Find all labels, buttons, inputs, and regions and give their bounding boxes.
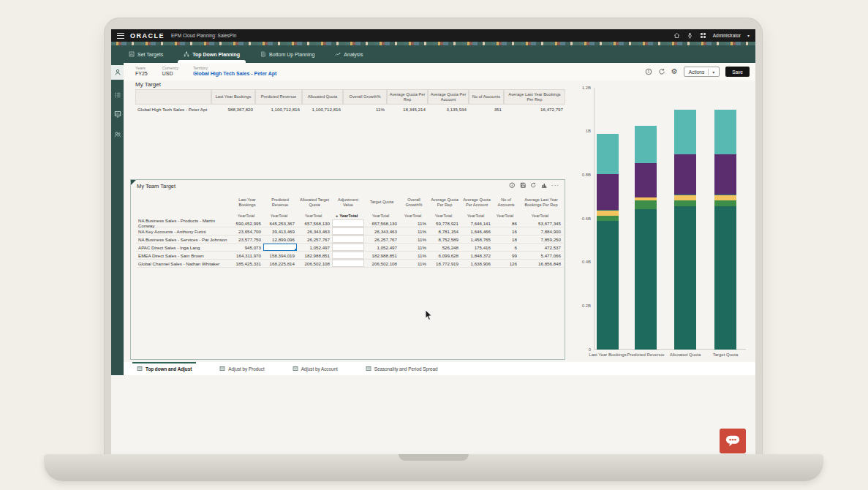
grid-cell[interactable]: 59,778,921	[429, 219, 461, 227]
info-icon[interactable]	[509, 182, 516, 189]
grid-cell[interactable]: 126	[493, 260, 519, 267]
bottom-tab-top-down-and-adjust[interactable]: Top down and Adjust	[132, 362, 196, 375]
bottom-tab-seasonality-and-period-spread[interactable]: Seasonality and Period Spread	[361, 362, 442, 375]
grid-cell[interactable]: 11%	[399, 227, 429, 235]
grid-cell[interactable]: 16,472,797	[504, 105, 565, 114]
chart-icon[interactable]	[541, 182, 548, 189]
grid-cell[interactable]: 18	[493, 235, 519, 243]
row-header[interactable]: NA Business Sales - Products - Martin Co…	[136, 219, 231, 227]
menu-icon[interactable]	[117, 33, 124, 39]
grid-cell[interactable]: 590,452,995	[231, 219, 263, 227]
grid-cell[interactable]: 26,257,767	[364, 235, 399, 243]
grid-cell[interactable]: 11%	[399, 252, 429, 259]
grid-cell[interactable]: 185,425,331	[231, 260, 263, 267]
grid-cell[interactable]	[332, 219, 364, 227]
grid-cell[interactable]: 657,568,130	[297, 219, 332, 227]
grid-cell[interactable]: 99	[493, 252, 519, 259]
grid-cell[interactable]: 182,988,851	[297, 252, 332, 259]
grid-cell[interactable]	[332, 227, 364, 235]
grid-cell[interactable]: 1,638,906	[461, 260, 493, 267]
save-button[interactable]: Save	[725, 67, 750, 77]
stacked-bar[interactable]	[714, 88, 736, 350]
refresh-icon[interactable]	[530, 182, 537, 189]
grid-cell[interactable]: 182,988,851	[364, 252, 399, 259]
grid-cell[interactable]: 158,394,019	[263, 252, 297, 259]
subheader-cell[interactable]: YearTotal	[332, 212, 364, 219]
row-header[interactable]: Global High Tech Sales - Peter Apt	[135, 105, 211, 114]
grid-cell[interactable]: 16	[493, 227, 519, 235]
grid-cell[interactable]: 18,345,214	[387, 105, 428, 114]
grid-cell[interactable]: 7,859,250	[519, 235, 563, 243]
mic-icon[interactable]	[687, 32, 693, 39]
grid-cell[interactable]: 988,367,820	[211, 105, 255, 114]
grid-cell[interactable]: 5,477,066	[519, 252, 563, 259]
grid-cell[interactable]: 8,752,589	[429, 235, 461, 243]
apps-grid-icon[interactable]	[700, 32, 706, 39]
grid-cell[interactable]: 26,343,463	[297, 227, 332, 235]
info-icon[interactable]	[645, 68, 652, 75]
grid-cell[interactable]: 3,135,934	[428, 105, 469, 114]
grid-cell[interactable]: 39,413,469	[263, 227, 297, 235]
stacked-bar[interactable]	[597, 88, 619, 350]
gear-icon[interactable]: ⚙	[671, 68, 678, 75]
grid-cell[interactable]: 11%	[399, 260, 429, 267]
sidebar-item-person[interactable]	[111, 65, 124, 80]
grid-cell[interactable]: 1,052,497	[364, 244, 399, 251]
grid-cell[interactable]: 1,100,712,816	[255, 105, 302, 114]
grid-cell[interactable]: 6,099,628	[429, 252, 461, 259]
actions-button[interactable]: Actions ▾	[684, 67, 720, 77]
bottom-tab-adjust-by-product[interactable]: Adjust by Product	[215, 362, 268, 375]
grid-cell[interactable]: 11%	[399, 235, 429, 243]
row-header[interactable]: APAC Direct Sales - Inga Lang	[136, 244, 231, 251]
grid-cell[interactable]: 6	[493, 244, 519, 251]
grid-cell[interactable]: 1,646,466	[461, 227, 493, 235]
grid-cell[interactable]: 526,248	[429, 244, 461, 251]
tab-analysis[interactable]: Analysis	[335, 45, 363, 63]
grid-cell[interactable]: 645,253,367	[263, 219, 297, 227]
feedback-chat-button[interactable]	[720, 429, 746, 453]
home-icon[interactable]	[673, 32, 680, 39]
refresh-icon[interactable]	[658, 68, 665, 75]
grid-cell[interactable]: 657,568,130	[364, 219, 399, 227]
grid-cell[interactable]	[332, 252, 364, 259]
grid-cell[interactable]: 945,073	[231, 244, 263, 251]
more-icon[interactable]: ···	[551, 182, 559, 189]
row-header[interactable]: Global Channel Sales - Nathan Whitaker	[136, 260, 231, 267]
row-header[interactable]: NA Business Sales - Services - Pat Johns…	[136, 235, 231, 243]
pov-years[interactable]: Years FY25	[135, 66, 148, 78]
save-grid-icon[interactable]	[520, 182, 527, 189]
grid-cell[interactable]: 1,052,497	[297, 244, 332, 251]
grid-cell[interactable]: 7,646,141	[461, 219, 493, 227]
grid-cell[interactable]: 164,311,970	[231, 252, 263, 259]
tab-bottom-up-planning[interactable]: Bottom Up Planning	[260, 45, 314, 63]
stacked-bar[interactable]	[635, 88, 657, 350]
row-header[interactable]: NA Key Accounts - Anthony Furini	[136, 227, 231, 235]
grid-cell[interactable]: 23,654,700	[231, 227, 263, 235]
grid-cell[interactable]: 1,100,712,816	[302, 105, 343, 114]
grid-cell[interactable]: 206,502,108	[297, 260, 332, 267]
grid-cell[interactable]	[332, 260, 364, 267]
grid-cell[interactable]: 86	[493, 219, 519, 227]
row-header[interactable]: EMEA Direct Sales - Sam Brown	[136, 252, 231, 259]
user-menu[interactable]: Administrator	[713, 33, 741, 38]
sidebar-item-people[interactable]	[111, 127, 124, 142]
grid-cell[interactable]: 26,257,767	[297, 235, 332, 243]
grid-cell[interactable]	[332, 235, 364, 243]
grid-cell[interactable]: 12,899,096	[263, 235, 297, 243]
grid-cell[interactable]: 351	[469, 105, 504, 114]
sidebar-item-tasklist[interactable]	[111, 88, 124, 102]
grid-cell[interactable]: 16,856,848	[519, 260, 563, 267]
grid-cell[interactable]: 472,537	[519, 244, 563, 251]
grid-cell[interactable]: 23,577,750	[231, 235, 263, 243]
grid-cell[interactable]: 206,502,108	[364, 260, 399, 267]
grid-cell[interactable]: 18,772,919	[429, 260, 461, 267]
grid-cell[interactable]: 11%	[343, 105, 387, 114]
grid-cell[interactable]	[332, 244, 364, 251]
grid-cell[interactable]: 26,343,463	[364, 227, 399, 235]
grid-cell[interactable]: 175,416	[461, 244, 493, 251]
bottom-tab-adjust-by-account[interactable]: Adjust by Account	[288, 362, 342, 375]
grid-cell[interactable]: 8,781,154	[429, 227, 461, 235]
grid-cell[interactable]: 7,884,900	[519, 227, 563, 235]
sidebar-item-dashboard[interactable]	[111, 107, 124, 121]
tab-top-down-planning[interactable]: Top Down Planning	[184, 45, 240, 63]
